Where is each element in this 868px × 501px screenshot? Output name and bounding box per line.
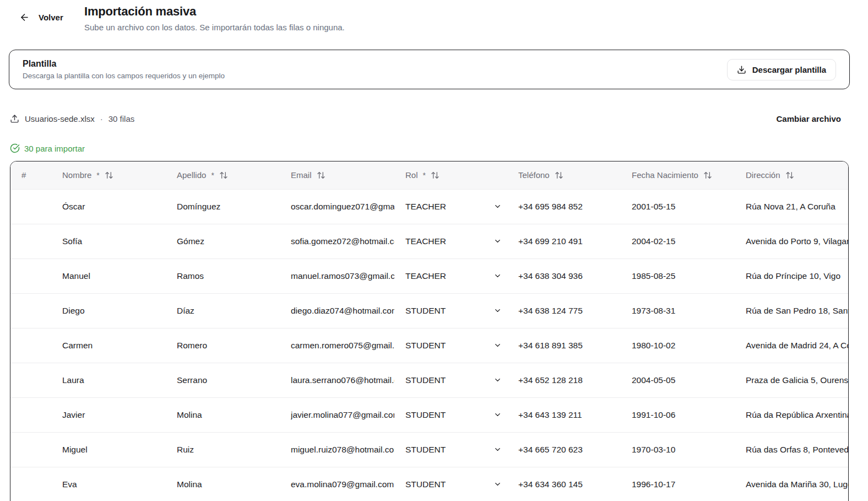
role-select[interactable]: STUDENT	[405, 341, 507, 351]
role-select[interactable]: TEACHER	[405, 202, 507, 212]
table-body: ÓscarDomínguezoscar.dominguez071@gmail.c…	[10, 189, 848, 501]
cell-apellido: Díaz	[166, 293, 280, 328]
table-row: EvaMolinaeva.molina079@gmail.comSTUDENT+…	[10, 467, 848, 501]
cell-nombre: Carmen	[51, 328, 166, 363]
column-header-nombre[interactable]: Nombre*	[51, 161, 166, 189]
role-select[interactable]: STUDENT	[405, 375, 507, 385]
table-row: JavierMolinajavier.molina077@gmail.comST…	[10, 397, 848, 432]
chevron-down-icon	[493, 411, 502, 419]
cell-rol: STUDENT	[394, 397, 507, 432]
role-value: STUDENT	[405, 445, 446, 455]
role-value: TEACHER	[405, 202, 446, 212]
role-select[interactable]: TEACHER	[405, 236, 507, 246]
table-header-row: #Nombre*Apellido*EmailRol*TeléfonoFecha …	[10, 161, 848, 189]
change-file-button[interactable]: Cambiar archivo	[776, 114, 841, 123]
role-value: TEACHER	[405, 236, 446, 246]
back-button-label: Volver	[39, 13, 63, 22]
cell-direccion: Rúa das Orfas 8, Pontevedra	[735, 432, 848, 467]
role-select[interactable]: STUDENT	[405, 410, 507, 420]
chevron-down-icon	[493, 237, 502, 245]
cell-apellido: Ramos	[166, 258, 280, 293]
cell-telefono: +34 638 304 936	[507, 258, 621, 293]
required-asterisk: *	[423, 171, 426, 180]
cell-nombre: Javier	[51, 397, 166, 432]
role-value: STUDENT	[405, 306, 446, 316]
cell-telefono: +34 665 720 623	[507, 432, 621, 467]
download-template-label: Descargar plantilla	[752, 65, 826, 74]
cell-rol: STUDENT	[394, 363, 507, 397]
import-status-label: 30 para importar	[24, 144, 85, 153]
import-table: #Nombre*Apellido*EmailRol*TeléfonoFecha …	[10, 161, 849, 501]
column-header-email[interactable]: Email	[280, 161, 394, 189]
cell-apellido: Domínguez	[166, 189, 280, 224]
cell-num	[10, 328, 51, 363]
table-row: ÓscarDomínguezoscar.dominguez071@gmail.c…	[10, 189, 848, 224]
column-header-direccion[interactable]: Dirección	[735, 161, 848, 189]
column-header-rol[interactable]: Rol*	[394, 161, 507, 189]
arrow-up-down-icon	[785, 171, 794, 180]
arrow-up-down-icon	[317, 171, 326, 180]
cell-direccion: Rúa da República Arxentina 7, Vigo	[735, 397, 848, 432]
column-label: Apellido	[177, 170, 206, 180]
cell-fecha-nacimiento: 1985-08-25	[621, 258, 735, 293]
role-select[interactable]: STUDENT	[405, 480, 507, 489]
column-header-fecha_nacimiento[interactable]: Fecha Nacimiento	[621, 161, 735, 189]
file-separator: ·	[100, 114, 103, 123]
template-card: Plantilla Descarga la plantilla con los …	[9, 50, 850, 89]
cell-num	[10, 258, 51, 293]
cell-nombre: Manuel	[51, 258, 166, 293]
file-row-count: 30 filas	[109, 114, 135, 123]
cell-num	[10, 224, 51, 258]
cell-fecha-nacimiento: 1980-10-02	[621, 328, 735, 363]
column-label: Nombre	[62, 170, 91, 180]
cell-email: diego.diaz074@hotmail.com	[280, 293, 394, 328]
import-status: 30 para importar	[10, 142, 868, 154]
role-value: STUDENT	[405, 341, 446, 351]
arrow-left-icon	[19, 12, 30, 23]
cell-apellido: Gómez	[166, 224, 280, 258]
table-row: ManuelRamosmanuel.ramos073@gmail.comTEAC…	[10, 258, 848, 293]
cell-email: eva.molina079@gmail.com	[280, 467, 394, 501]
cell-apellido: Ruiz	[166, 432, 280, 467]
chevron-down-icon	[493, 341, 502, 349]
cell-num	[10, 432, 51, 467]
column-header-apellido[interactable]: Apellido*	[166, 161, 280, 189]
cell-direccion: Praza de Galicia 5, Ourense	[735, 363, 848, 397]
cell-num	[10, 293, 51, 328]
cell-telefono: +34 699 210 491	[507, 224, 621, 258]
column-label: Email	[291, 170, 312, 180]
arrow-up-down-icon	[105, 171, 113, 180]
cell-num	[10, 189, 51, 224]
cell-num	[10, 467, 51, 501]
uploaded-filename: Usuarios-sede.xlsx	[25, 114, 95, 123]
cell-email: laura.serrano076@hotmail.com	[280, 363, 394, 397]
file-bar: Usuarios-sede.xlsx · 30 filas Cambiar ar…	[10, 111, 841, 126]
column-header-telefono[interactable]: Teléfono	[507, 161, 621, 189]
table-row: LauraSerranolaura.serrano076@hotmail.com…	[10, 363, 848, 397]
page-subtitle: Sube un archivo con los datos. Se import…	[84, 23, 345, 32]
cell-rol: STUDENT	[394, 432, 507, 467]
chevron-down-icon	[493, 445, 502, 454]
upload-icon	[10, 114, 19, 123]
cell-telefono: +34 695 984 852	[507, 189, 621, 224]
download-template-button[interactable]: Descargar plantilla	[727, 59, 836, 80]
cell-direccion: Avenida do Porto 9, Vilagarcía	[735, 224, 848, 258]
role-select[interactable]: TEACHER	[405, 271, 507, 281]
cell-num	[10, 397, 51, 432]
role-select[interactable]: STUDENT	[405, 445, 507, 455]
cell-rol: STUDENT	[394, 293, 507, 328]
role-select[interactable]: STUDENT	[405, 306, 507, 316]
page-header: Volver Importación masiva Sube un archiv…	[0, 0, 868, 50]
cell-direccion: Avenida da Mariña 30, Lugo	[735, 467, 848, 501]
cell-rol: TEACHER	[394, 224, 507, 258]
back-button[interactable]: Volver	[19, 12, 63, 23]
template-card-description: Descarga la plantilla con los campos req…	[23, 72, 225, 80]
cell-apellido: Molina	[166, 467, 280, 501]
cell-telefono: +34 643 139 211	[507, 397, 621, 432]
role-value: STUDENT	[405, 410, 446, 420]
cell-apellido: Serrano	[166, 363, 280, 397]
cell-rol: STUDENT	[394, 328, 507, 363]
cell-nombre: Eva	[51, 467, 166, 501]
cell-telefono: +34 652 128 218	[507, 363, 621, 397]
cell-fecha-nacimiento: 1973-08-31	[621, 293, 735, 328]
